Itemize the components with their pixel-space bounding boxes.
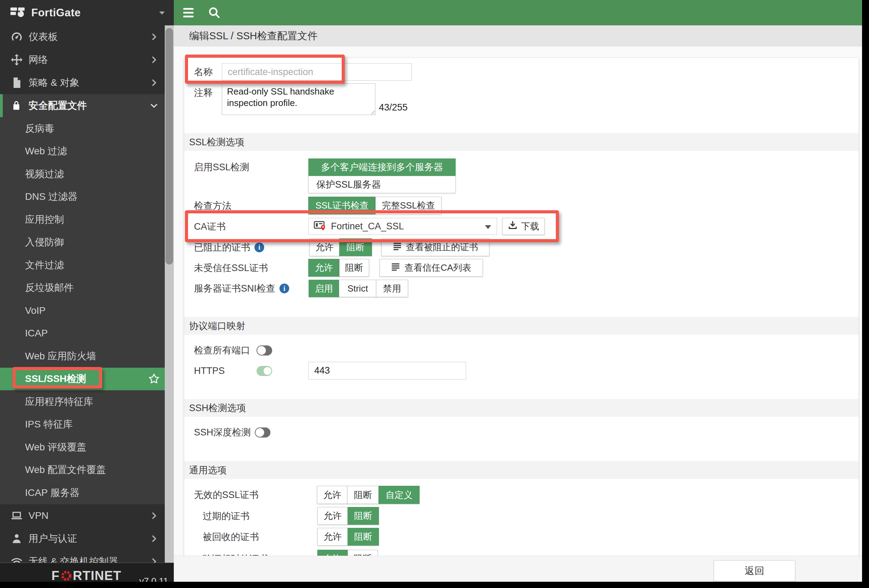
name-label: 名称	[194, 63, 213, 81]
sni-option-strict[interactable]: Strict	[339, 280, 377, 297]
brand-row[interactable]: FortiGate	[0, 0, 174, 25]
fortinet-logo-f: F	[52, 569, 60, 583]
revoked-option-block[interactable]: 阻断	[348, 528, 379, 546]
ssh-deep-inspection-toggle[interactable]	[255, 427, 270, 437]
sidebar-item-security-profiles[interactable]: 安全配置文件	[0, 94, 174, 117]
sidebar-item-app-signatures[interactable]: 应用程序特征库	[0, 390, 174, 413]
enable-ssl-option-multiple-clients[interactable]: 多个客户端连接到多个服务器	[308, 158, 456, 176]
blocked-cert-segment: 允许 阻断	[309, 238, 372, 256]
comment-textarea[interactable]: Read-only SSL handshake inspection profi…	[222, 84, 375, 115]
toggle-knob	[257, 346, 266, 355]
section-ssh-options: SSH检测选项	[184, 399, 859, 417]
enable-ssl-option-protect-server[interactable]: 保护SSL服务器	[308, 176, 456, 193]
sidebar-item-video-filter[interactable]: 视频过滤	[0, 163, 174, 185]
view-blocked-certs-button[interactable]: 查看被阻止的证书	[381, 238, 489, 256]
sidebar-item-label: 用户与认证	[28, 532, 77, 545]
sidebar-item-ssl-ssh-inspection[interactable]: SSL/SSH检测	[0, 368, 174, 391]
sidebar-item-users-auth[interactable]: 用户与认证	[0, 527, 174, 550]
info-icon[interactable]	[254, 243, 264, 252]
sidebar-item-label: VPN	[28, 510, 49, 521]
inspect-all-ports-toggle[interactable]	[257, 345, 272, 355]
enable-ssl-label: 启用SSL检测	[194, 158, 249, 176]
untrusted-option-block[interactable]: 阻断	[339, 259, 369, 277]
fortinet-logo-rest: RTINET	[73, 569, 122, 583]
sidebar-scrollbar-thumb[interactable]	[165, 28, 173, 264]
sidebar-item-dashboard[interactable]: 仪表板	[0, 25, 174, 48]
sidebar-item-dns-filter[interactable]: DNS 过滤器	[0, 185, 174, 209]
sidebar-item-vpn[interactable]: VPN	[0, 504, 174, 527]
method-option-cert-inspection[interactable]: SSL证书检查	[308, 197, 376, 215]
sidebar-item-icap[interactable]: ICAP	[0, 322, 174, 345]
download-icon	[508, 220, 518, 233]
download-label: 下载	[521, 220, 539, 233]
sni-option-enable[interactable]: 启用	[308, 280, 339, 297]
search-icon[interactable]	[207, 6, 221, 19]
sidebar-scrollbar[interactable]	[165, 25, 174, 563]
sidebar-item-web-profile-overrides[interactable]: Web 配置文件覆盖	[0, 459, 174, 482]
sidebar-item-web-filter[interactable]: Web 过滤	[0, 140, 174, 163]
invalid-option-block[interactable]: 阻断	[347, 486, 379, 504]
sidebar-item-label: ICAP	[25, 328, 47, 339]
method-option-full-inspection[interactable]: 完整SSL检查	[375, 197, 442, 215]
inspect-method-segment: SSL证书检查 完整SSL检查	[308, 197, 441, 215]
comment-field-wrap: Read-only SSL handshake inspection profi…	[222, 83, 375, 115]
section-common-options: 通用选项	[184, 461, 859, 479]
sni-check-label: 服务器证书SNI检查	[194, 280, 289, 297]
download-button[interactable]: 下载	[502, 218, 545, 235]
certificate-icon	[313, 220, 327, 233]
sidebar-item-ips[interactable]: 入侵防御	[0, 231, 174, 254]
blocked-option-block[interactable]: 阻断	[339, 238, 372, 256]
page-title: 编辑SSL / SSH检查配置文件	[174, 25, 862, 47]
sidebar-item-voip[interactable]: VoIP	[0, 299, 174, 322]
view-trusted-ca-button[interactable]: 查看信任CA列表	[380, 259, 483, 277]
sidebar-item-antispam[interactable]: 反垃圾邮件	[0, 277, 174, 299]
sni-option-disable[interactable]: 禁用	[376, 280, 408, 297]
back-button[interactable]: 返回	[713, 560, 795, 582]
chevron-right-icon	[150, 511, 159, 520]
sidebar-item-label: 应用控制	[25, 213, 64, 226]
menu-icon[interactable]	[183, 8, 194, 17]
comment-label: 注释	[194, 86, 213, 100]
info-icon[interactable]	[279, 284, 289, 293]
sidebar-item-icap-servers[interactable]: ICAP 服务器	[0, 481, 174, 504]
sidebar-item-label: 安全配置文件	[28, 99, 87, 112]
sidebar-item-label: ICAP 服务器	[25, 486, 80, 499]
sidebar-item-web-rating-overrides[interactable]: Web 评级覆盖	[0, 436, 174, 459]
blocked-cert-label: 已阻止的证书	[194, 238, 264, 256]
sidebar-item-policy-objects[interactable]: 策略 & 对象	[0, 71, 174, 94]
fortinet-logo: F RTINET	[52, 569, 121, 583]
untrusted-cert-segment: 允许 阻断	[308, 259, 369, 277]
sidebar-item-file-filter[interactable]: 文件过滤	[0, 254, 174, 277]
security-profiles-submenu: 反病毒 Web 过滤 视频过滤 DNS 过滤器 应用控制 入侵防御 文件过滤 反…	[0, 117, 174, 504]
expired-cert-segment: 允许 阻断	[317, 507, 378, 525]
expired-option-block[interactable]: 阻断	[348, 507, 379, 525]
sidebar-item-waf[interactable]: Web 应用防火墙	[0, 345, 174, 368]
https-toggle[interactable]	[257, 366, 272, 376]
sidebar-item-app-control[interactable]: 应用控制	[0, 208, 174, 231]
star-icon[interactable]	[148, 373, 160, 385]
move-icon	[10, 53, 23, 66]
sidebar-item-label: 策略 & 对象	[28, 76, 79, 89]
section-ssl-options: SSL检测选项	[184, 133, 859, 151]
https-port-input[interactable]	[308, 362, 466, 379]
untrusted-option-allow[interactable]: 允许	[308, 259, 340, 277]
chevron-right-icon	[150, 32, 159, 41]
name-input[interactable]	[222, 63, 412, 81]
ca-cert-dropdown[interactable]: Fortinet_CA_SSL	[308, 218, 497, 235]
revoked-option-allow[interactable]: 允许	[317, 528, 348, 546]
sidebar-item-antivirus[interactable]: 反病毒	[0, 117, 174, 140]
sidebar-item-ips-signatures[interactable]: IPS 特征库	[0, 413, 174, 436]
invalid-option-custom[interactable]: 自定义	[378, 486, 420, 504]
expired-option-allow[interactable]: 允许	[317, 507, 348, 525]
https-label: HTTPS	[194, 362, 225, 380]
invalid-cert-segment: 允许 阻断 自定义	[317, 486, 419, 504]
invalid-option-allow[interactable]: 允许	[317, 486, 348, 504]
section-port-mapping: 协议端口映射	[184, 317, 859, 335]
revoked-cert-segment: 允许 阻断	[317, 528, 378, 546]
blocked-option-allow[interactable]: 允许	[309, 238, 340, 256]
sidebar-item-label: 反垃圾邮件	[25, 281, 74, 294]
sidebar-item-network[interactable]: 网络	[0, 48, 174, 71]
toggle-knob	[255, 428, 264, 437]
ssh-deep-inspection-label: SSH深度检测	[194, 424, 251, 441]
list-icon	[391, 262, 400, 274]
